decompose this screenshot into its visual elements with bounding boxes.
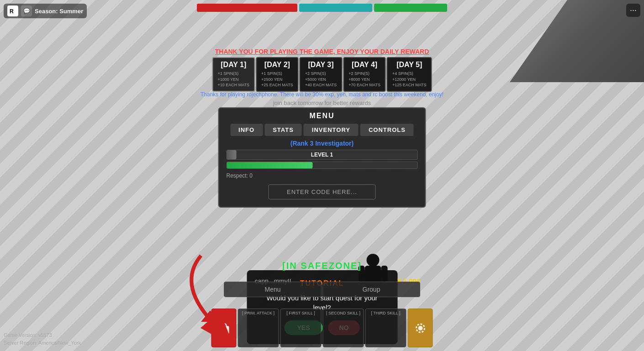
day-3-rewards: +2 SPIN(S)+5000 YEN+40 EACH MATS <box>305 71 337 88</box>
day-2-rewards: +1 SPIN(S)+2500 YEN+25 EACH MATS <box>261 71 293 88</box>
day-card-1[interactable]: [DAY 1] +1 SPIN(S)+1000 YEN+10 EACH MATS <box>212 57 255 92</box>
chat-icon[interactable]: 💬 <box>21 5 32 16</box>
third-skill-label: [ THIRD SKILL ] <box>371 311 400 315</box>
roblox-top-bar: R 💬 Season: Summer <box>4 4 87 18</box>
menu-tabs: INFO STATS INVENTORY CONTROLS <box>219 124 425 140</box>
day-4-label: [DAY 4] <box>348 61 380 69</box>
gear-button[interactable] <box>408 309 433 347</box>
roblox-logo-icon[interactable]: R <box>7 5 18 16</box>
first-skill-slot[interactable]: [ FIRST SKILL ] <box>280 309 322 347</box>
third-skill-slot[interactable]: [ THIRD SKILL ] <box>365 309 406 347</box>
prim-attack-label: [ PRIM. ATTACK ] <box>242 311 274 315</box>
server-region: Server Region: America/New_York <box>4 339 81 347</box>
second-skill-label: [ SECOND SKILL ] <box>326 311 360 315</box>
tab-inventory[interactable]: INVENTORY <box>304 124 359 136</box>
prim-attack-slot[interactable]: [ PRIM. ATTACK ] <box>238 309 279 347</box>
level-bar-fill <box>227 150 237 159</box>
xp-bar-fill <box>227 162 313 168</box>
join-back-text: join back tomorrow for better rewards <box>273 100 371 106</box>
menu-group-buttons: Menu Group <box>224 282 420 297</box>
group-button[interactable]: Group <box>322 282 420 297</box>
respect-text: Respect: 0 <box>227 173 418 179</box>
enter-code-button[interactable]: ENTER CODE HERE... <box>268 184 376 199</box>
menu-panel: MENU INFO STATS INVENTORY CONTROLS (Rank… <box>218 107 426 208</box>
roblox-menu-icon[interactable]: ··· <box>626 4 640 17</box>
menu-title: MENU <box>219 108 425 124</box>
bar-green <box>374 4 447 12</box>
day-card-3[interactable]: [DAY 3] +2 SPIN(S)+5000 YEN+40 EACH MATS <box>300 57 343 92</box>
season-label: Season: Summer <box>35 8 83 15</box>
day-1-rewards: +1 SPIN(S)+1000 YEN+10 EACH MATS <box>217 71 249 88</box>
tab-info[interactable]: INFO <box>230 124 263 136</box>
top-bars <box>197 0 447 12</box>
second-skill-slot[interactable]: [ SECOND SKILL ] <box>323 309 364 347</box>
bottom-left-info: Game Version: v5573 Server Region: Ameri… <box>4 331 81 347</box>
day-card-2[interactable]: [DAY 2] +1 SPIN(S)+2500 YEN+25 EACH MATS <box>256 57 299 92</box>
menu-content: (Rank 3 Investigator) LEVEL 1 Respect: 0 <box>219 140 425 179</box>
day-card-5[interactable]: [DAY 5] +4 SPIN(S)+12000 YEN+125 EACH MA… <box>387 57 432 92</box>
bag-button[interactable] <box>211 309 237 347</box>
svg-text:R: R <box>10 8 14 15</box>
daily-reward-cards: [DAY 1] +1 SPIN(S)+1000 YEN+10 EACH MATS… <box>212 57 432 92</box>
day-1-label: [DAY 1] <box>217 61 249 69</box>
day-3-label: [DAY 3] <box>305 61 337 69</box>
day-card-4[interactable]: [DAY 4] +2 SPIN(S)+8000 YEN+70 EACH MATS <box>343 57 386 92</box>
level-text: LEVEL 1 <box>311 152 333 158</box>
tab-stats[interactable]: STATS <box>264 124 302 136</box>
day-4-rewards: +2 SPIN(S)+8000 YEN+70 EACH MATS <box>348 71 380 88</box>
game-version: Game Version: v5573 <box>4 331 81 340</box>
first-skill-label: [ FIRST SKILL ] <box>286 311 315 315</box>
bar-teal <box>299 4 372 12</box>
day-2-label: [DAY 2] <box>261 61 293 69</box>
tab-controls[interactable]: CONTROLS <box>360 124 414 136</box>
bar-red <box>197 4 297 12</box>
skill-bar: [ PRIM. ATTACK ] [ FIRST SKILL ] [ SECON… <box>211 309 433 347</box>
day-5-label: [DAY 5] <box>392 61 427 69</box>
daily-reward-banner: THANK YOU FOR PLAYING THE GAME, ENJOY YO… <box>215 48 429 55</box>
xp-bar <box>227 162 418 169</box>
scroll-text: Thanks for playing rojechphone. There wi… <box>0 91 644 98</box>
svg-point-11 <box>418 326 422 330</box>
menu-button[interactable]: Menu <box>224 282 322 297</box>
rank-label: (Rank 3 Investigator) <box>227 140 418 147</box>
day-5-rewards: +4 SPIN(S)+12000 YEN+125 EACH MATS <box>392 71 427 88</box>
safezone-label: [IN SAFEZONE] <box>282 261 362 271</box>
level-bar: LEVEL 1 <box>227 150 418 160</box>
